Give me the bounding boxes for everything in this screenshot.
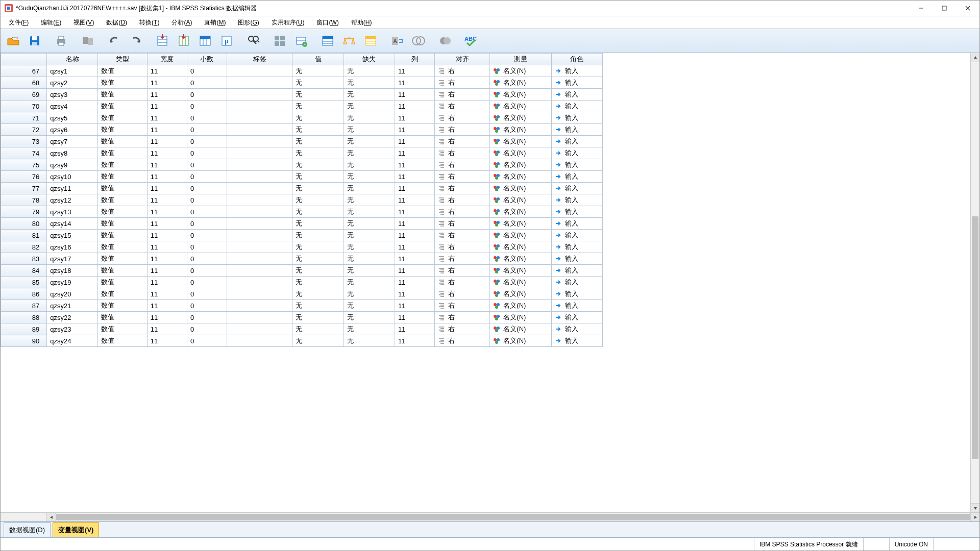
table-row[interactable]: 73qzsy7数值110无无11右名义(N)输入 <box>1 136 603 147</box>
cell-values[interactable]: 无 <box>292 300 344 312</box>
cell-width[interactable]: 11 <box>147 312 187 323</box>
cell-measure[interactable]: 名义(N) <box>490 230 551 241</box>
cell-missing[interactable]: 无 <box>344 265 395 277</box>
menu-w[interactable]: 窗口(W) <box>310 17 345 29</box>
cell-cols[interactable]: 11 <box>395 194 434 206</box>
cell-decimals[interactable]: 0 <box>187 171 227 183</box>
cell-missing[interactable]: 无 <box>344 77 395 89</box>
header-decimals[interactable]: 小数 <box>187 54 227 65</box>
cell-label[interactable] <box>227 194 292 206</box>
cell-name[interactable]: qzsy2 <box>47 77 98 89</box>
cell-width[interactable]: 11 <box>147 206 187 218</box>
cell-role[interactable]: 输入 <box>551 147 602 159</box>
cell-role[interactable]: 输入 <box>551 323 602 335</box>
cell-name[interactable]: qzsy18 <box>47 265 98 277</box>
cell-cols[interactable]: 11 <box>395 241 434 253</box>
cell-measure[interactable]: 名义(N) <box>490 183 551 194</box>
cell-role[interactable]: 输入 <box>551 265 602 277</box>
row-number[interactable]: 72 <box>1 124 47 136</box>
cell-values[interactable]: 无 <box>292 230 344 241</box>
row-number[interactable]: 68 <box>1 77 47 89</box>
cell-role[interactable]: 输入 <box>551 206 602 218</box>
cell-cols[interactable]: 11 <box>395 300 434 312</box>
table-row[interactable]: 69qzsy3数值110无无11右名义(N)输入 <box>1 89 603 101</box>
cell-label[interactable] <box>227 183 292 194</box>
row-number[interactable]: 73 <box>1 136 47 147</box>
cell-role[interactable]: 输入 <box>551 159 602 171</box>
cell-missing[interactable]: 无 <box>344 277 395 288</box>
cell-role[interactable]: 输入 <box>551 136 602 147</box>
cell-width[interactable]: 11 <box>147 112 187 124</box>
cell-missing[interactable]: 无 <box>344 171 395 183</box>
cell-role[interactable]: 输入 <box>551 77 602 89</box>
table-row[interactable]: 74qzsy8数值110无无11右名义(N)输入 <box>1 147 603 159</box>
header-measure[interactable]: 测量 <box>490 54 551 65</box>
cell-width[interactable]: 11 <box>147 183 187 194</box>
cell-width[interactable]: 11 <box>147 101 187 112</box>
cell-values[interactable]: 无 <box>292 183 344 194</box>
cell-width[interactable]: 11 <box>147 335 187 347</box>
cell-type[interactable]: 数值 <box>98 323 147 335</box>
save-button[interactable] <box>25 32 44 50</box>
cell-align[interactable]: 右 <box>435 253 490 265</box>
goto-case-button[interactable] <box>153 32 172 50</box>
row-number[interactable]: 87 <box>1 300 47 312</box>
cell-type[interactable]: 数值 <box>98 312 147 323</box>
cell-label[interactable] <box>227 241 292 253</box>
row-number[interactable]: 78 <box>1 194 47 206</box>
table-row[interactable]: 85qzsy19数值110无无11右名义(N)输入 <box>1 277 603 288</box>
cell-name[interactable]: qzsy14 <box>47 218 98 230</box>
cell-role[interactable]: 输入 <box>551 300 602 312</box>
cell-missing[interactable]: 无 <box>344 112 395 124</box>
cell-name[interactable]: qzsy8 <box>47 147 98 159</box>
cell-measure[interactable]: 名义(N) <box>490 171 551 183</box>
cell-values[interactable]: 无 <box>292 288 344 300</box>
cell-width[interactable]: 11 <box>147 265 187 277</box>
cell-decimals[interactable]: 0 <box>187 65 227 77</box>
cell-cols[interactable]: 11 <box>395 65 434 77</box>
cell-measure[interactable]: 名义(N) <box>490 77 551 89</box>
cell-label[interactable] <box>227 206 292 218</box>
cell-type[interactable]: 数值 <box>98 89 147 101</box>
cell-align[interactable]: 右 <box>435 89 490 101</box>
cell-align[interactable]: 右 <box>435 65 490 77</box>
close-button[interactable] <box>956 1 979 16</box>
cell-width[interactable]: 11 <box>147 277 187 288</box>
cell-cols[interactable]: 11 <box>395 112 434 124</box>
cell-align[interactable]: 右 <box>435 323 490 335</box>
table-row[interactable]: 68qzsy2数值110无无11右名义(N)输入 <box>1 77 603 89</box>
cell-cols[interactable]: 11 <box>395 335 434 347</box>
cell-name[interactable]: qzsy11 <box>47 183 98 194</box>
print-button[interactable] <box>52 32 71 50</box>
cell-decimals[interactable]: 0 <box>187 112 227 124</box>
cell-missing[interactable]: 无 <box>344 136 395 147</box>
menu-f[interactable]: 文件(F) <box>3 17 35 29</box>
cell-missing[interactable]: 无 <box>344 183 395 194</box>
cell-values[interactable]: 无 <box>292 218 344 230</box>
cell-values[interactable]: 无 <box>292 89 344 101</box>
cell-width[interactable]: 11 <box>147 241 187 253</box>
header-missing[interactable]: 缺失 <box>344 54 395 65</box>
row-number[interactable]: 89 <box>1 323 47 335</box>
tab-data-view[interactable]: 数据视图(D) <box>4 522 51 537</box>
cell-name[interactable]: qzsy3 <box>47 89 98 101</box>
scroll-left-button[interactable] <box>47 513 56 521</box>
header-rownum[interactable] <box>1 54 47 65</box>
cell-cols[interactable]: 11 <box>395 136 434 147</box>
row-number[interactable]: 70 <box>1 101 47 112</box>
cell-values[interactable]: 无 <box>292 253 344 265</box>
cell-type[interactable]: 数值 <box>98 265 147 277</box>
cell-role[interactable]: 输入 <box>551 277 602 288</box>
cell-measure[interactable]: 名义(N) <box>490 124 551 136</box>
cell-role[interactable]: 输入 <box>551 241 602 253</box>
weight-cases-button[interactable] <box>339 32 359 50</box>
cell-missing[interactable]: 无 <box>344 335 395 347</box>
table-row[interactable]: 84qzsy18数值110无无11右名义(N)输入 <box>1 265 603 277</box>
table-row[interactable]: 86qzsy20数值110无无11右名义(N)输入 <box>1 288 603 300</box>
cell-cols[interactable]: 11 <box>395 206 434 218</box>
cell-missing[interactable]: 无 <box>344 147 395 159</box>
cell-role[interactable]: 输入 <box>551 183 602 194</box>
cell-decimals[interactable]: 0 <box>187 335 227 347</box>
open-button[interactable] <box>4 32 23 50</box>
cell-role[interactable]: 输入 <box>551 312 602 323</box>
